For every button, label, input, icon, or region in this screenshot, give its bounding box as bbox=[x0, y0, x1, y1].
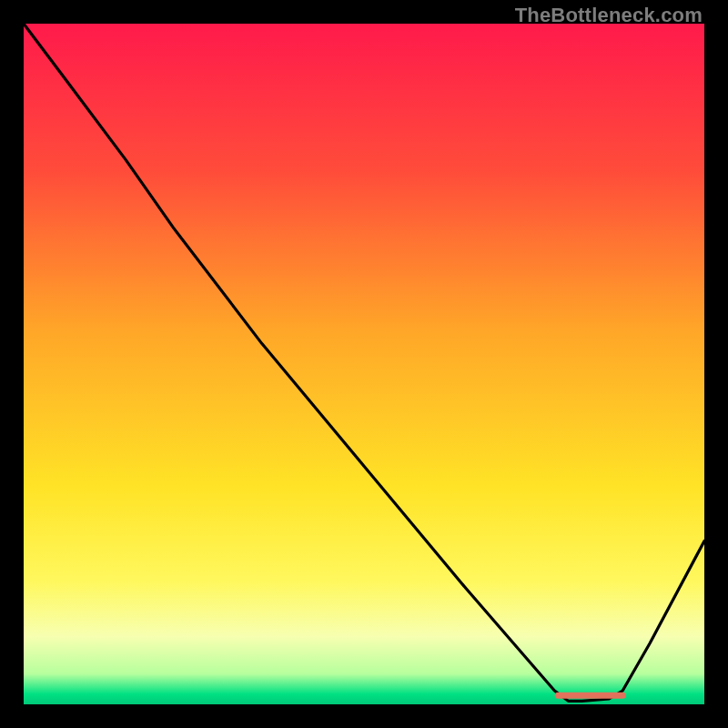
chart-svg bbox=[24, 24, 704, 704]
chart-frame: TheBottleneck.com bbox=[0, 0, 728, 728]
plot-area bbox=[24, 24, 704, 704]
gradient-background bbox=[24, 24, 704, 704]
attribution-text: TheBottleneck.com bbox=[515, 4, 703, 27]
